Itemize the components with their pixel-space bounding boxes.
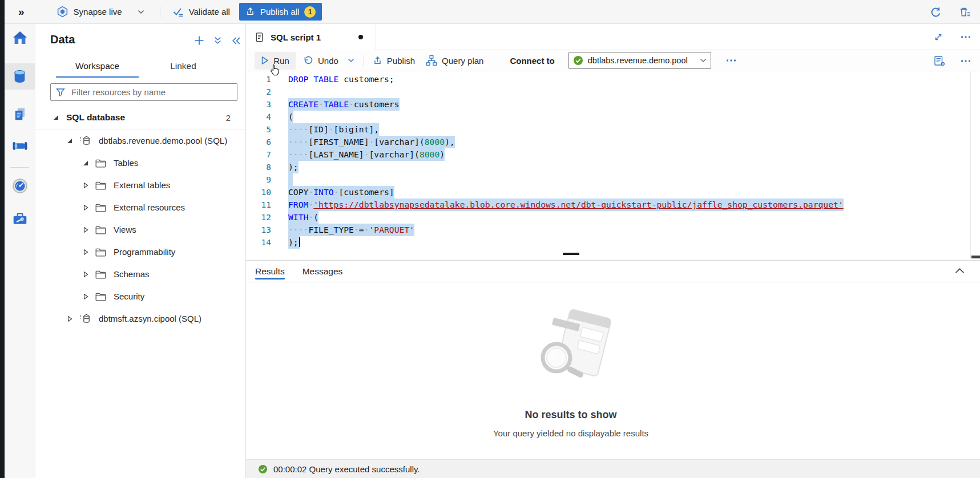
tab-messages[interactable]: Messages — [303, 261, 343, 282]
pool-selector-dropdown[interactable]: dbtlabs.revenue.demo.pool — [568, 52, 711, 69]
database-icon — [12, 68, 27, 84]
pool-chevron-down-icon — [700, 58, 707, 63]
filter-input[interactable] — [70, 87, 232, 98]
publish-all-button[interactable]: Publish all 1 — [239, 3, 322, 21]
empty-state-subtitle: Your query yielded no displayable result… — [493, 428, 648, 438]
sql-script-icon — [255, 32, 264, 43]
toolbar-separator — [364, 55, 364, 67]
nav-integrate[interactable] — [5, 133, 35, 159]
validate-all-button[interactable]: Validate all — [169, 5, 233, 19]
caret-collapsed-icon[interactable] — [83, 294, 88, 299]
tab-more-icon[interactable] — [961, 35, 971, 39]
code-line[interactable]: 4( — [246, 111, 965, 123]
tree-item[interactable]: Security — [35, 285, 245, 307]
results-resize-handle[interactable] — [563, 253, 579, 255]
resource-tree: dbtlabs.revenue.demo.pool (SQL)TablesExt… — [35, 129, 245, 330]
code-line[interactable]: 12WITH·( — [246, 211, 965, 224]
horizontal-scrollbar-thumb[interactable] — [971, 256, 980, 258]
tab-workspace[interactable]: Workspace — [56, 56, 139, 76]
line-number: 3 — [246, 98, 271, 111]
mode-chevron-down-icon[interactable] — [138, 10, 144, 14]
line-number: 8 — [246, 161, 271, 173]
tab-sql-script-1[interactable]: SQL script 1 — [246, 24, 376, 50]
results-pane: No results to show Your query yielded no… — [246, 282, 980, 459]
tree-item-label: Security — [114, 291, 144, 301]
publish-button[interactable]: Publish — [373, 56, 415, 66]
code-line[interactable]: 2 — [246, 86, 965, 98]
caret-expanded-icon[interactable] — [83, 160, 88, 166]
tree-item-label: Views — [114, 225, 136, 234]
code-line[interactable]: 6····[FIRST_NAME]·[varchar](8000), — [246, 136, 965, 148]
tree-item[interactable]: dbtmsft.azsyn.cipool (SQL) — [35, 307, 245, 330]
collapse-panel-icon[interactable] — [231, 37, 241, 45]
view-settings-icon[interactable] — [933, 55, 946, 67]
text-cursor — [299, 237, 300, 247]
tree-item[interactable]: Schemas — [35, 263, 245, 285]
nav-monitor[interactable] — [5, 173, 35, 199]
tree-section-sql-database[interactable]: SQL database 2 — [35, 106, 245, 129]
code-line[interactable]: 3CREATE·TABLE·customers — [246, 98, 965, 111]
panel-title: Data — [50, 33, 75, 46]
query-plan-button[interactable]: Query plan — [426, 55, 483, 66]
editor-toolbar: Run Undo Publish Query plan Connect to — [246, 50, 980, 71]
refresh-icon[interactable] — [930, 6, 942, 18]
code-line[interactable]: 5····[ID]·[bigint], — [246, 123, 965, 136]
code-line[interactable]: 14); — [246, 236, 965, 249]
caret-collapsed-icon[interactable] — [83, 272, 88, 277]
sql-editor[interactable]: 1DROP TABLE customers;23CREATE·TABLE·cus… — [246, 71, 980, 260]
line-number: 5 — [246, 123, 271, 136]
undo-icon — [303, 55, 313, 66]
add-resource-icon[interactable] — [194, 35, 204, 46]
tab-linked[interactable]: Linked — [150, 56, 217, 76]
code-line[interactable]: 7····[LAST_NAME]·[varchar](8000) — [246, 148, 965, 161]
code-line[interactable]: 1DROP TABLE customers; — [246, 73, 965, 86]
nav-home[interactable] — [5, 25, 35, 51]
tree-item[interactable]: dbtlabs.revenue.demo.pool (SQL) — [35, 129, 245, 152]
caret-collapsed-icon[interactable] — [83, 249, 88, 255]
caret-collapsed-icon[interactable] — [83, 183, 88, 188]
results-tab-bar: Results Messages — [246, 260, 980, 282]
expand-menu-icon[interactable]: » — [18, 6, 23, 18]
editor-more-icon[interactable] — [961, 59, 971, 63]
run-play-icon — [261, 56, 269, 65]
caret-collapsed-icon[interactable] — [83, 227, 88, 233]
discard-trash-icon[interactable] — [959, 6, 971, 18]
folder-icon — [95, 159, 107, 168]
code-line[interactable]: 8); — [246, 161, 965, 173]
query-status-bar: 00:00:02 Query executed successfully. — [246, 459, 980, 478]
toolbar-overflow-icon[interactable] — [726, 59, 736, 62]
collapse-results-chevron-icon[interactable] — [955, 268, 965, 274]
folder-icon — [95, 248, 107, 257]
code-line[interactable]: 9 — [246, 173, 965, 186]
tree-item[interactable]: Programmability — [35, 241, 245, 263]
tree-item[interactable]: External resources — [35, 196, 245, 218]
caret-collapsed-icon[interactable] — [83, 205, 88, 210]
monitor-gauge-icon — [12, 178, 28, 194]
code-line[interactable]: 13····FILE_TYPE·=·'PARQUET' — [246, 224, 965, 236]
caret-collapsed-icon[interactable] — [67, 316, 72, 322]
line-number: 14 — [246, 236, 271, 249]
run-options-chevron-icon[interactable] — [348, 58, 354, 63]
top-command-bar: » Synapse live Validate all Publish all … — [5, 0, 980, 24]
nav-data[interactable] — [5, 63, 35, 90]
pool-status-check-icon — [573, 55, 583, 66]
tree-item[interactable]: Views — [35, 218, 245, 241]
tree-item-label: dbtlabs.revenue.demo.pool (SQL) — [99, 136, 227, 145]
caret-expanded-icon[interactable] — [53, 115, 59, 120]
nav-manage[interactable] — [5, 205, 35, 232]
tree-item[interactable]: External tables — [35, 174, 245, 196]
caret-expanded-icon[interactable] — [67, 138, 72, 144]
tree-item[interactable]: Tables — [35, 152, 245, 174]
sidebar-tabs: Workspace Linked — [35, 56, 245, 78]
filter-box[interactable] — [50, 83, 237, 101]
code-line[interactable]: 10COPY·INTO·[customers] — [246, 186, 965, 199]
unsaved-changes-dot — [358, 35, 363, 39]
undo-button[interactable]: Undo — [303, 55, 338, 66]
editor-scrollbar-gutter — [970, 71, 971, 260]
nav-develop[interactable] — [5, 101, 35, 127]
expand-all-icon[interactable] — [213, 37, 222, 45]
expand-editor-icon[interactable] — [933, 32, 943, 42]
mode-switcher[interactable]: Synapse live — [74, 7, 122, 17]
tab-results[interactable]: Results — [255, 261, 285, 282]
code-line[interactable]: 11FROM·'https://dbtlabsynapsedatalake.bl… — [246, 199, 965, 211]
